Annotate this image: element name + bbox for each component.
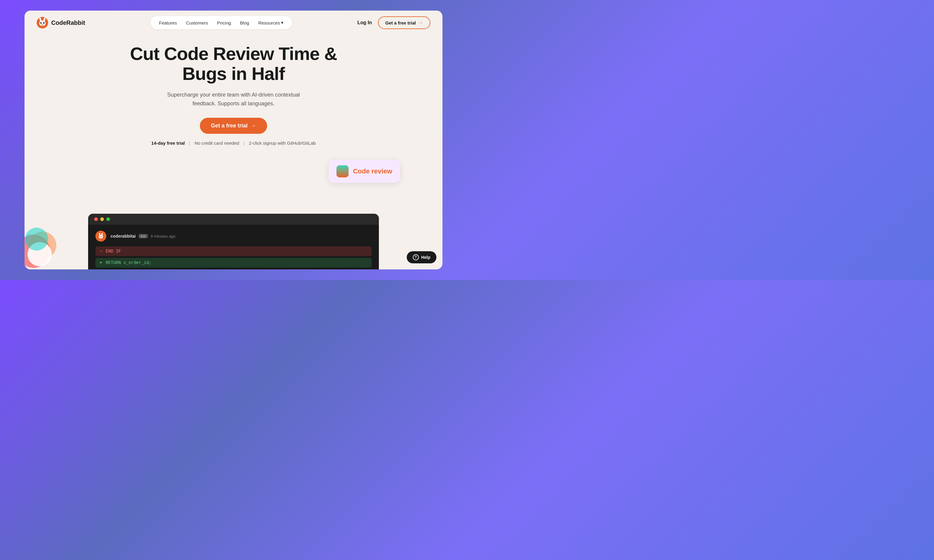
code-review-label: Code review bbox=[353, 168, 392, 175]
diff-code-added: RETURN v_order_id; bbox=[106, 260, 151, 265]
code-review-card: Code review bbox=[328, 160, 400, 183]
avatar bbox=[96, 231, 106, 242]
login-button[interactable]: Log In bbox=[358, 20, 372, 25]
hero-subtitle: Supercharge your entire team with AI-dri… bbox=[155, 91, 312, 108]
navbar: CodeRabbit Features Customers Pricing Bl… bbox=[25, 11, 442, 35]
nav-blog[interactable]: Blog bbox=[237, 19, 253, 27]
help-button[interactable]: ? Help bbox=[407, 251, 436, 263]
code-diff: - END IF + RETURN v_order_id; bbox=[96, 246, 371, 268]
hero-meta: 14-day free trial | No credit card neede… bbox=[151, 140, 316, 146]
nav-resources[interactable]: Resources ▾ bbox=[255, 18, 287, 27]
svg-point-15 bbox=[101, 236, 102, 237]
bot-badge: bot bbox=[139, 234, 148, 238]
help-label: Help bbox=[421, 255, 430, 260]
hero-trial-text: 14-day free trial bbox=[151, 140, 185, 146]
svg-point-4 bbox=[40, 22, 42, 24]
window-dot-yellow bbox=[100, 217, 104, 221]
diff-sign-removed: - bbox=[100, 249, 106, 254]
brand-name: CodeRabbit bbox=[51, 19, 85, 26]
comment-meta: coderabbitai bot 9 minutes ago bbox=[111, 234, 175, 238]
logo-area[interactable]: CodeRabbit bbox=[37, 17, 85, 28]
nav-cta-arrow: → bbox=[418, 20, 423, 25]
svg-point-10 bbox=[25, 228, 48, 251]
code-window-header bbox=[88, 214, 379, 225]
code-window: coderabbitai bot 9 minutes ago - END IF … bbox=[88, 214, 379, 269]
card-icon bbox=[336, 165, 348, 177]
page-wrapper: CodeRabbit Features Customers Pricing Bl… bbox=[25, 11, 442, 269]
svg-point-14 bbox=[100, 236, 100, 237]
svg-point-3 bbox=[39, 20, 46, 26]
preview-area: coderabbitai bot 9 minutes ago - END IF … bbox=[25, 157, 442, 270]
hero-section: Cut Code Review Time & Bugs in Half Supe… bbox=[25, 35, 442, 157]
hero-signup-text: 2-click signup with GitHub/GitLab bbox=[249, 140, 316, 146]
nav-links: Features Customers Pricing Blog Resource… bbox=[151, 16, 292, 29]
diff-line-added: + RETURN v_order_id; bbox=[96, 258, 371, 268]
code-comment-row: coderabbitai bot 9 minutes ago bbox=[96, 231, 371, 242]
nav-cta-button[interactable]: Get a free trial → bbox=[378, 16, 430, 29]
nav-pricing[interactable]: Pricing bbox=[214, 19, 235, 27]
svg-point-13 bbox=[99, 235, 103, 238]
svg-point-5 bbox=[43, 22, 45, 24]
nav-features[interactable]: Features bbox=[156, 19, 180, 27]
nav-actions: Log In Get a free trial → bbox=[358, 16, 430, 29]
hero-no-cc-text: No credit card needed bbox=[194, 140, 239, 146]
diff-code-removed: END IF bbox=[106, 249, 121, 254]
hero-cta-arrow: → bbox=[251, 123, 256, 129]
comment-time: 9 minutes ago bbox=[151, 234, 176, 238]
hero-cta-button[interactable]: Get a free trial → bbox=[200, 118, 267, 134]
nav-customers[interactable]: Customers bbox=[182, 19, 212, 27]
hero-title: Cut Code Review Time & Bugs in Half bbox=[116, 44, 351, 84]
diff-line-removed: - END IF bbox=[96, 246, 371, 256]
blob-decoration bbox=[25, 221, 64, 269]
window-dot-red bbox=[94, 217, 98, 221]
svg-point-6 bbox=[42, 24, 43, 25]
diff-sign-added: + bbox=[100, 260, 106, 265]
svg-rect-16 bbox=[336, 165, 348, 177]
window-dot-green bbox=[106, 217, 110, 221]
code-window-body: coderabbitai bot 9 minutes ago - END IF … bbox=[88, 225, 379, 268]
logo-icon bbox=[37, 17, 48, 28]
commenter-name: coderabbitai bbox=[111, 234, 136, 238]
help-icon: ? bbox=[413, 254, 419, 260]
